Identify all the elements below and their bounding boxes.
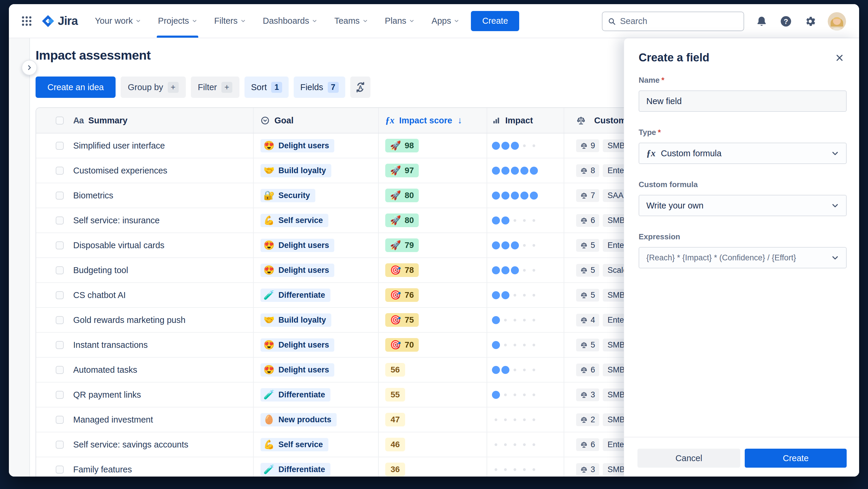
column-header-impact[interactable]: Impact (487, 108, 564, 133)
goal-cell[interactable]: 😍Delight users (253, 333, 378, 357)
nav-item-dashboards[interactable]: Dashboards (263, 4, 317, 38)
impact-cell[interactable] (487, 134, 564, 158)
impact-score-cell[interactable]: 47 (378, 407, 487, 432)
settings-button[interactable] (803, 15, 817, 28)
summary-cell[interactable]: Managed investment (36, 407, 253, 432)
impact-cell[interactable] (487, 333, 564, 357)
impact-score-cell[interactable]: 36 (378, 457, 487, 477)
goal-cell[interactable]: 🧪Differentiate (253, 382, 378, 407)
auto-sort-button[interactable]: A (350, 77, 370, 98)
goal-cell[interactable]: 💪Self service (253, 208, 378, 232)
row-checkbox[interactable] (56, 316, 64, 324)
goal-cell[interactable]: 😍Delight users (253, 258, 378, 282)
custom-formula-select[interactable]: Write your own (639, 195, 847, 216)
close-panel-button[interactable] (834, 52, 845, 64)
impact-score-cell[interactable]: 🚀97 (378, 159, 487, 183)
column-header-goal[interactable]: Goal (253, 108, 378, 133)
goal-cell[interactable]: 🤝Build loyalty (253, 308, 378, 332)
row-checkbox[interactable] (56, 167, 64, 175)
select-all-checkbox[interactable] (56, 117, 64, 124)
row-checkbox[interactable] (56, 391, 64, 399)
column-header-summary[interactable]: Aa Summary (36, 108, 253, 133)
impact-cell[interactable] (487, 233, 564, 257)
column-header-impact-score[interactable]: ƒx Impact score ↓ (378, 108, 487, 133)
row-checkbox[interactable] (56, 291, 64, 299)
impact-cell[interactable] (487, 183, 564, 208)
group-by-button[interactable]: Group by + (121, 77, 186, 98)
impact-score-cell[interactable]: 🚀79 (378, 233, 487, 257)
expression-select[interactable]: {Reach} * {Impact} * (Confidence} / {Eff… (639, 247, 847, 268)
impact-score-cell[interactable]: 🚀98 (378, 134, 487, 158)
goal-cell[interactable]: 😍Delight users (253, 357, 378, 382)
goal-cell[interactable]: 😍Delight users (253, 134, 378, 158)
summary-cell[interactable]: Customised experiences (36, 159, 253, 183)
nav-item-teams[interactable]: Teams (334, 4, 368, 38)
row-checkbox[interactable] (56, 192, 64, 200)
help-button[interactable]: ? (779, 15, 793, 28)
row-checkbox[interactable] (56, 416, 64, 424)
impact-score-cell[interactable]: 🚀80 (378, 208, 487, 232)
goal-cell[interactable]: 🧪Differentiate (253, 283, 378, 307)
notifications-button[interactable] (755, 15, 768, 28)
nav-item-apps[interactable]: Apps (432, 4, 459, 38)
impact-cell[interactable] (487, 382, 564, 407)
row-checkbox[interactable] (56, 466, 64, 473)
cancel-button[interactable]: Cancel (638, 449, 740, 468)
row-checkbox[interactable] (56, 441, 64, 449)
impact-score-cell[interactable]: 🎯70 (378, 333, 487, 357)
app-switcher-icon[interactable] (20, 14, 33, 28)
impact-score-cell[interactable]: 🎯76 (378, 283, 487, 307)
goal-cell[interactable]: 🧪Differentiate (253, 457, 378, 477)
summary-cell[interactable]: Family features (36, 457, 253, 477)
expand-sidebar-button[interactable] (22, 60, 37, 75)
impact-cell[interactable] (487, 457, 564, 477)
sort-button[interactable]: Sort 1 (245, 77, 289, 98)
summary-cell[interactable]: Instant transactions (36, 333, 253, 357)
nav-item-filters[interactable]: Filters (214, 4, 246, 38)
row-checkbox[interactable] (56, 366, 64, 374)
goal-cell[interactable]: 🔐Security (253, 183, 378, 208)
user-avatar[interactable] (828, 12, 846, 31)
field-name-input[interactable] (639, 90, 847, 112)
row-checkbox[interactable] (56, 266, 64, 274)
summary-cell[interactable]: QR payment links (36, 382, 253, 407)
summary-cell[interactable]: Gold rewards marketing push (36, 308, 253, 332)
summary-cell[interactable]: Simplified user interface (36, 134, 253, 158)
create-idea-button[interactable]: Create an idea (36, 77, 116, 98)
impact-score-cell[interactable]: 🎯78 (378, 258, 487, 282)
impact-score-cell[interactable]: 56 (378, 357, 487, 382)
nav-item-your-work[interactable]: Your work (95, 4, 141, 38)
summary-cell[interactable]: Biometrics (36, 183, 253, 208)
nav-item-plans[interactable]: Plans (385, 4, 414, 38)
field-type-select[interactable]: ƒx Custom formula (639, 143, 847, 164)
summary-cell[interactable]: Self service: insurance (36, 208, 253, 232)
fields-button[interactable]: Fields 7 (294, 77, 345, 98)
impact-cell[interactable] (487, 283, 564, 307)
impact-score-cell[interactable]: 🚀80 (378, 183, 487, 208)
create-field-button[interactable]: Create (745, 449, 847, 468)
filter-button[interactable]: Filter + (191, 77, 240, 98)
summary-cell[interactable]: Self service: savings accounts (36, 432, 253, 457)
impact-score-cell[interactable]: 46 (378, 432, 487, 457)
impact-score-cell[interactable]: 55 (378, 382, 487, 407)
row-checkbox[interactable] (56, 217, 64, 225)
row-checkbox[interactable] (56, 241, 64, 250)
jira-logo[interactable]: Jira (41, 14, 78, 28)
impact-cell[interactable] (487, 159, 564, 183)
goal-cell[interactable]: 🥚New products (253, 407, 378, 432)
summary-cell[interactable]: Budgeting tool (36, 258, 253, 282)
nav-item-projects[interactable]: Projects (158, 4, 197, 38)
goal-cell[interactable]: 💪Self service (253, 432, 378, 457)
impact-cell[interactable] (487, 308, 564, 332)
summary-cell[interactable]: Automated tasks (36, 357, 253, 382)
impact-cell[interactable] (487, 432, 564, 457)
row-checkbox[interactable] (56, 142, 64, 150)
search-input[interactable] (620, 16, 738, 26)
row-checkbox[interactable] (56, 341, 64, 349)
impact-cell[interactable] (487, 208, 564, 232)
global-create-button[interactable]: Create (471, 11, 519, 31)
impact-cell[interactable] (487, 258, 564, 282)
impact-cell[interactable] (487, 407, 564, 432)
goal-cell[interactable]: 🤝Build loyalty (253, 159, 378, 183)
impact-score-cell[interactable]: 🎯75 (378, 308, 487, 332)
